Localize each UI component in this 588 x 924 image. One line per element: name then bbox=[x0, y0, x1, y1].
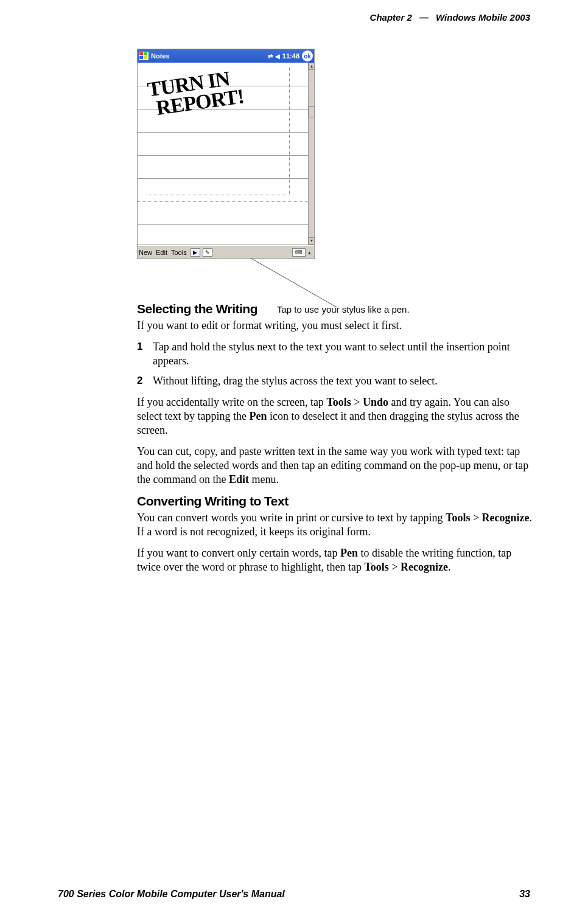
footer-manual-title: 700 Series Color Mobile Computer User's … bbox=[58, 889, 285, 900]
scrollbar[interactable]: ▴ ▾ bbox=[308, 63, 314, 245]
svg-line-0 bbox=[251, 259, 337, 307]
connectivity-icon[interactable]: ⇄ bbox=[268, 53, 273, 60]
scroll-up-icon[interactable]: ▴ bbox=[309, 63, 315, 70]
start-flag-icon[interactable] bbox=[139, 52, 149, 60]
footer-page-number: 33 bbox=[519, 889, 530, 900]
sec2-para1: You can convert words you write in print… bbox=[137, 511, 533, 539]
ok-button[interactable]: ok bbox=[302, 50, 313, 61]
scroll-down-icon[interactable]: ▾ bbox=[309, 237, 315, 245]
heading-converting: Converting Writing to Text bbox=[137, 494, 533, 509]
step-1: 1Tap and hold the stylus next to the tex… bbox=[137, 340, 533, 368]
callout-text: Tap to use your stylus like a pen. bbox=[277, 304, 410, 314]
menu-tools[interactable]: Tools bbox=[171, 249, 187, 256]
screenshot-figure: Notes ⇄ ◀ 11:48 ok TURN IN REPORT! bbox=[137, 49, 533, 259]
writing-canvas[interactable]: TURN IN REPORT! ▴ ▾ bbox=[138, 63, 314, 245]
steps-list: 1Tap and hold the stylus next to the tex… bbox=[137, 340, 533, 388]
pen-icon[interactable]: ✎ bbox=[203, 248, 212, 257]
header-dash: — bbox=[419, 12, 429, 23]
clock: 11:48 bbox=[282, 52, 299, 60]
bottom-toolbar: New Edit Tools ▶ ✎ ⌨ ▴ bbox=[138, 245, 314, 259]
header-title: Windows Mobile 2003 bbox=[436, 12, 530, 23]
callout-line bbox=[251, 259, 355, 325]
chapter-label: Chapter bbox=[370, 12, 405, 23]
notes-app-window: Notes ⇄ ◀ 11:48 ok TURN IN REPORT! bbox=[137, 49, 315, 259]
sec1-para-undo: If you accidentally write on the screen,… bbox=[137, 395, 533, 437]
step-2: 2Without lifting, drag the stylus across… bbox=[137, 374, 533, 388]
input-selector-icon[interactable]: ▴ bbox=[306, 249, 313, 255]
volume-icon[interactable]: ◀ bbox=[275, 53, 280, 60]
page-footer: 700 Series Color Mobile Computer User's … bbox=[58, 889, 530, 900]
keyboard-icon[interactable]: ⌨ bbox=[292, 248, 306, 257]
menu-new[interactable]: New bbox=[139, 249, 152, 256]
app-title: Notes bbox=[151, 52, 170, 60]
menu-edit[interactable]: Edit bbox=[156, 249, 167, 256]
sec2-para2: If you want to convert only certain word… bbox=[137, 546, 533, 574]
recording-icon[interactable]: ▶ bbox=[191, 248, 200, 257]
titlebar: Notes ⇄ ◀ 11:48 ok bbox=[138, 49, 314, 63]
page-header: Chapter 2 — Windows Mobile 2003 bbox=[370, 12, 530, 23]
chapter-number: 2 bbox=[407, 12, 411, 23]
scroll-thumb[interactable] bbox=[309, 106, 315, 117]
sec1-para-edit: You can cut, copy, and paste written tex… bbox=[137, 445, 533, 487]
